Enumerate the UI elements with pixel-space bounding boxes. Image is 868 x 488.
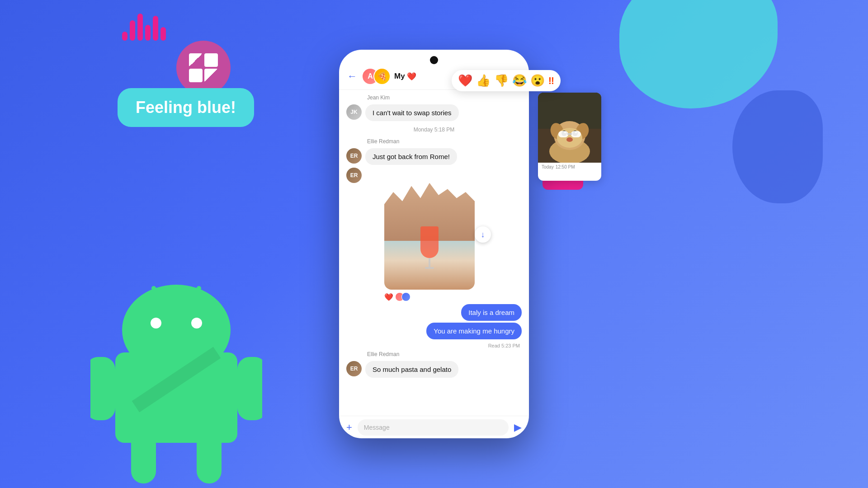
wave-bar-6 bbox=[160, 27, 166, 41]
timestamp-monday: Monday 5:18 PM bbox=[346, 127, 522, 133]
bm-badge bbox=[176, 41, 231, 95]
input-placeholder: Message bbox=[364, 424, 390, 431]
emoji-reaction-bar: ❤️ 👍 👎 😂 😮 ‼️ bbox=[452, 70, 561, 91]
sender-name-jean: Jean Kim bbox=[367, 94, 522, 101]
photo-card-main bbox=[384, 168, 475, 290]
dog-photo-timestamp: Today 12:50 PM bbox=[538, 163, 601, 171]
emoji-surprised[interactable]: 😮 bbox=[530, 74, 545, 88]
send-icon[interactable]: ▶ bbox=[514, 422, 522, 433]
chat-input-bar: + Message ▶ bbox=[339, 416, 529, 438]
download-button[interactable]: ↓ bbox=[475, 226, 491, 243]
svg-point-4 bbox=[151, 318, 161, 328]
avatar-emoji: 🍕 bbox=[373, 68, 391, 85]
bm-sq-1 bbox=[189, 53, 203, 67]
message-row-2: ER Just got back from Rome! bbox=[346, 148, 522, 165]
android-mascot bbox=[90, 271, 262, 488]
avatar-ellie-2: ER bbox=[346, 361, 362, 376]
bubble-jean: I can't wait to swap stories bbox=[365, 104, 459, 121]
wave-bar-5 bbox=[153, 16, 158, 41]
phone-frame: ← A 🍕 My ❤️ ▢ ⓘ Jean Kim JK I can't wait… bbox=[339, 50, 529, 438]
svg-point-26 bbox=[566, 137, 573, 142]
svg-rect-23 bbox=[558, 131, 568, 137]
wave-bar-1 bbox=[122, 32, 127, 41]
message-row-1: JK I can't wait to swap stories bbox=[346, 104, 522, 121]
drink-glass bbox=[420, 226, 439, 258]
avatar-ellie-1: ER bbox=[346, 148, 362, 164]
wave-bar-2 bbox=[130, 20, 135, 41]
bubble-outgoing-1: Italy is a dream bbox=[461, 304, 522, 321]
dog-time-label: Today bbox=[542, 164, 554, 169]
bm-icon bbox=[189, 53, 218, 82]
emoji-thumbsdown[interactable]: 👎 bbox=[494, 74, 509, 88]
chat-group-name: My bbox=[394, 72, 405, 81]
avatar-ellie-photo: ER bbox=[346, 168, 362, 183]
feeling-blue-bubble: Feeling blue! bbox=[118, 88, 254, 127]
message-input[interactable]: Message bbox=[358, 419, 509, 436]
reaction-avatar-2 bbox=[401, 292, 410, 301]
wave-bar-3 bbox=[137, 14, 143, 41]
dog-photo-image bbox=[538, 93, 601, 163]
avatar-jean: JK bbox=[346, 104, 362, 120]
message-row-pasta: ER So much pasta and gelato bbox=[346, 361, 522, 378]
svg-rect-24 bbox=[571, 131, 581, 137]
bm-sq-4 bbox=[204, 69, 218, 82]
message-row-photo: ER ↓ ❤️ bbox=[346, 168, 522, 301]
read-receipt: Read 5:23 PM bbox=[346, 343, 520, 348]
bg-blob-blue-dark bbox=[732, 90, 823, 203]
emoji-exclaim[interactable]: ‼️ bbox=[548, 75, 554, 87]
reaction-heart: ❤️ bbox=[384, 293, 393, 301]
svg-rect-8 bbox=[90, 357, 115, 420]
bg-blob-teal bbox=[619, 0, 778, 108]
bubble-ellie-1: Just got back from Rome! bbox=[365, 148, 457, 165]
sender-name-ellie-2: Ellie Redman bbox=[367, 351, 522, 357]
emoji-thumbsup[interactable]: 👍 bbox=[476, 74, 491, 88]
photo-message: ↓ ❤️ bbox=[384, 168, 484, 301]
drink-stem bbox=[429, 258, 430, 267]
sound-wave-decoration bbox=[122, 14, 166, 41]
chat-heart: ❤️ bbox=[407, 72, 416, 81]
emoji-heart[interactable]: ❤️ bbox=[458, 74, 472, 88]
wave-bar-4 bbox=[145, 25, 151, 41]
phone-notch bbox=[339, 50, 529, 64]
photo-reactions: ❤️ bbox=[384, 292, 484, 301]
svg-rect-9 bbox=[237, 357, 262, 420]
svg-point-5 bbox=[191, 318, 202, 328]
bubble-pasta: So much pasta and gelato bbox=[365, 361, 458, 378]
avatar-group: A 🍕 bbox=[362, 68, 391, 85]
drink-base bbox=[425, 267, 434, 269]
bubble-outgoing-2: You are making me hungry bbox=[426, 323, 522, 339]
back-button[interactable]: ← bbox=[347, 70, 357, 82]
phone-camera bbox=[430, 56, 438, 64]
bm-sq-2 bbox=[204, 53, 218, 67]
photo-scene bbox=[384, 168, 475, 290]
svg-rect-25 bbox=[567, 133, 572, 135]
chat-messages: Jean Kim JK I can't wait to swap stories… bbox=[339, 90, 529, 416]
emoji-laugh[interactable]: 😂 bbox=[512, 74, 527, 88]
dog-time-value: 12:50 PM bbox=[556, 164, 575, 169]
photo-drink bbox=[418, 226, 441, 272]
feeling-blue-text: Feeling blue! bbox=[136, 98, 236, 117]
add-attachment-icon[interactable]: + bbox=[346, 422, 352, 433]
reaction-avatars bbox=[395, 292, 410, 301]
sender-name-ellie-1: Ellie Redman bbox=[367, 138, 522, 145]
bm-sq-3 bbox=[189, 69, 203, 82]
outgoing-messages: Italy is a dream You are making me hungr… bbox=[346, 304, 522, 339]
dog-photo-card: Today 12:50 PM bbox=[538, 93, 601, 181]
